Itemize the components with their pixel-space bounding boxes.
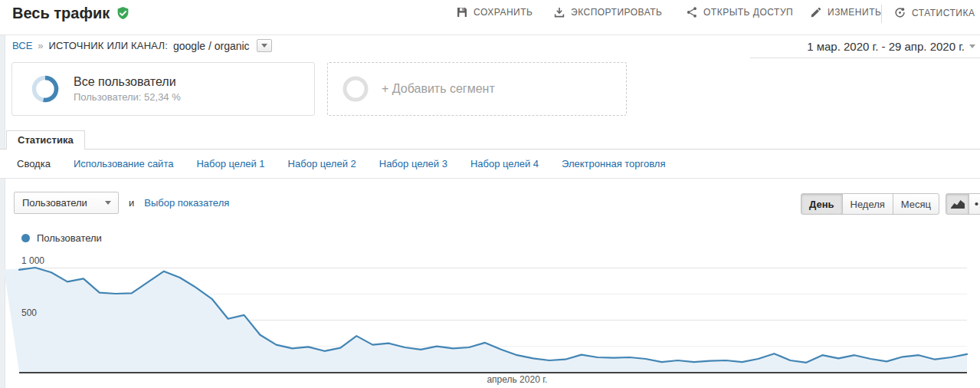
subtab-summary[interactable]: Сводка [17,158,51,169]
subtab-goal-set-4[interactable]: Набор целей 4 [470,158,539,169]
verified-shield-icon [116,6,130,21]
metric-dropdown[interactable]: Пользователи [14,192,119,214]
metric-controls: Пользователи и Выбор показателя [14,192,229,214]
breadcrumb-separator: » [38,40,43,51]
subtab-goal-set-2[interactable]: Набор целей 2 [288,158,356,169]
motion-chart-dots-icon [974,198,980,210]
share-icon [686,6,698,18]
legend-series-dot [21,234,30,242]
save-icon [456,6,468,18]
chevron-down-icon [261,44,267,48]
granularity-week-button[interactable]: Неделя [842,193,893,215]
pencil-icon [810,6,822,18]
date-range-text: 1 мар. 2020 г. - 29 апр. 2020 г. [807,40,965,53]
chevron-down-icon [105,201,111,205]
save-button-label: СОХРАНИТЬ [474,7,533,18]
subtab-bar: Сводка Использование сайта Набор целей 1… [0,150,980,179]
legend-series-label: Пользователи [37,232,102,244]
segment-card-text: Все пользователи Пользователи: 52,34 % [74,75,181,103]
save-button[interactable]: СОХРАНИТЬ [456,6,533,18]
add-segment-ring-icon [342,75,369,103]
chart-legend: Пользователи [21,232,102,244]
line-chart-type-button[interactable] [946,193,969,215]
share-button-label: ОТКРЫТЬ ДОСТУП [703,7,793,18]
breadcrumb-dimension-label: ИСТОЧНИК ИЛИ КАНАЛ: [49,40,168,51]
subtab-site-usage[interactable]: Использование сайта [74,158,174,169]
segment-donut-icon [31,74,60,104]
subtab-goal-set-3[interactable]: Набор целей 3 [379,158,447,169]
edit-button-label: ИЗМЕНИТЬ [828,7,881,18]
subtab-goal-set-1[interactable]: Набор целей 1 [196,158,264,169]
intelligence-button[interactable]: СТАТИСТИКА [893,6,975,19]
breadcrumb-all-link[interactable]: ВСЕ [12,40,32,51]
edit-button[interactable]: ИЗМЕНИТЬ [810,6,881,18]
traffic-chart[interactable]: 5001 000апрель 2020 г. [0,253,980,388]
y-tick-label: 1 000 [21,255,44,266]
share-button[interactable]: ОТКРЫТЬ ДОСТУП [686,6,793,18]
line-chart-icon [950,199,965,209]
breadcrumb: ВСЕ » ИСТОЧНИК ИЛИ КАНАЛ: google / organ… [12,39,272,52]
segment-subtitle: Пользователи: 52,34 % [74,91,181,103]
toolbar-divider [881,5,882,23]
chart-type-button-group [946,193,980,215]
granularity-month-button[interactable]: Месяц [893,193,939,215]
metric-dropdown-value: Пользователи [22,197,87,209]
segment-card-all-users[interactable]: Все пользователи Пользователи: 52,34 % [11,62,315,116]
y-tick-label: 500 [21,307,37,318]
page-title-text: Весь трафик [12,5,110,22]
x-month-label: апрель 2020 г. [487,374,547,385]
intelligence-button-label: СТАТИСТИКА [912,8,975,18]
metric-picker-link[interactable]: Выбор показателя [144,197,229,209]
export-button[interactable]: ЭКСПОРТИРОВАТЬ [553,6,662,18]
segment-title: Все пользователи [74,75,181,89]
breadcrumb-dropdown-button[interactable] [257,39,272,52]
tab-statistics[interactable]: Статистика [6,130,85,150]
date-range-selector[interactable]: 1 мар. 2020 г. - 29 апр. 2020 г. [750,40,980,58]
header-divider [0,35,980,35]
motion-chart-type-button[interactable] [969,193,980,215]
metric-conjunction: и [129,197,134,209]
intelligence-orbit-icon [893,6,906,19]
download-icon [553,6,565,18]
subtab-ecommerce[interactable]: Электронная торговля [562,158,665,169]
granularity-button-group: День Неделя Месяц [801,193,939,215]
analytics-report-screen: Весь трафик СОХРАНИТЬ ЭКСПОРТИРОВАТЬ [0,0,980,388]
granularity-day-button[interactable]: День [801,193,843,215]
add-segment-label: + Добавить сегмент [382,82,495,96]
export-button-label: ЭКСПОРТИРОВАТЬ [571,7,662,18]
chevron-down-icon [969,44,975,48]
page-title: Весь трафик [12,5,130,22]
add-segment-button[interactable]: + Добавить сегмент [327,62,627,116]
breadcrumb-dimension-value: google / organic [173,40,250,52]
